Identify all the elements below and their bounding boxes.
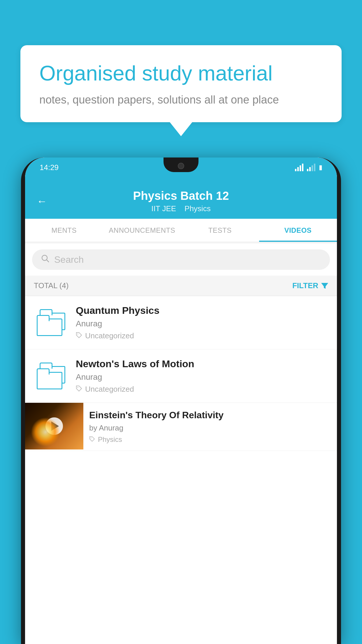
list-item[interactable]: Einstein's Theory Of Relativity by Anura… (25, 403, 337, 451)
video-author: Anurag (76, 319, 328, 328)
tag-icon (89, 435, 95, 444)
tab-announcements[interactable]: ANNOUNCEMENTS (103, 219, 181, 242)
svg-line-1 (47, 260, 49, 262)
video-thumbnail (25, 403, 83, 449)
svg-point-3 (78, 387, 78, 388)
tab-ments[interactable]: MENTS (25, 219, 103, 242)
tabs-bar: MENTS ANNOUNCEMENTS TESTS VIDEOS (25, 219, 337, 242)
svg-point-4 (91, 438, 92, 438)
tab-videos[interactable]: VIDEOS (259, 219, 337, 242)
list-item[interactable]: Newton's Laws of Motion Anurag Uncategor… (25, 349, 337, 403)
list-item[interactable]: Quantum Physics Anurag Uncategorized (25, 296, 337, 349)
phone-frame: 14:29 ▮ (21, 158, 341, 644)
search-icon (41, 254, 50, 265)
filter-button[interactable]: FILTER (292, 281, 328, 290)
status-time: 14:29 (40, 163, 59, 172)
tag-icon (76, 332, 82, 340)
folder-icon (37, 309, 66, 335)
video-list: Quantum Physics Anurag Uncategorized (25, 296, 337, 644)
search-input[interactable]: Search (54, 254, 84, 265)
status-icons: ▮ (295, 164, 322, 171)
tab-tests[interactable]: TESTS (181, 219, 259, 242)
video-title: Quantum Physics (76, 305, 328, 316)
speech-bubble-headline: Organised study material (39, 61, 323, 85)
back-button[interactable]: ← (37, 195, 47, 207)
speech-bubble: Organised study material notes, question… (20, 45, 342, 122)
battery-icon: ▮ (319, 164, 322, 171)
video-author: Anurag (76, 372, 328, 382)
folder-icon (37, 363, 66, 389)
signal-icon (295, 164, 303, 171)
video-author: by Anurag (89, 424, 331, 433)
search-bar-wrapper: Search (25, 244, 337, 276)
header-row: ← Physics Batch 12 IIT JEE Physics (25, 189, 337, 213)
speech-bubble-wrapper: Organised study material notes, question… (20, 45, 342, 122)
camera (178, 163, 184, 169)
page-subtitle: IIT JEE Physics (37, 204, 325, 213)
video-title: Einstein's Theory Of Relativity (89, 410, 331, 421)
speech-bubble-subtext: notes, question papers, solutions all at… (39, 94, 323, 106)
phone-screen: 14:29 ▮ (25, 158, 337, 644)
video-title: Newton's Laws of Motion (76, 358, 328, 370)
cellular-icon (307, 164, 315, 171)
tag-icon (76, 385, 82, 393)
notch-bump (164, 158, 198, 172)
filter-row: TOTAL (4) FILTER (25, 276, 337, 296)
total-count: TOTAL (4) (34, 281, 68, 290)
search-bar[interactable]: Search (32, 249, 330, 270)
svg-point-2 (78, 333, 78, 334)
app-header: ← Physics Batch 12 IIT JEE Physics (25, 184, 337, 219)
notch-area: 14:29 ▮ (25, 158, 337, 184)
page-title: Physics Batch 12 (37, 189, 325, 202)
